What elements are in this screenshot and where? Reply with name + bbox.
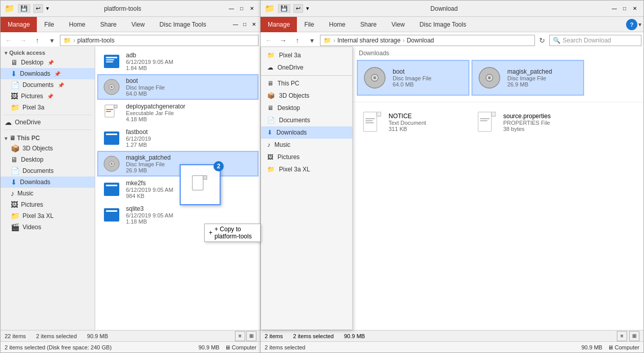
mke2fs-icon (102, 180, 121, 198)
svg-point-29 (488, 76, 490, 79)
tab-home-right[interactable]: Home (322, 17, 353, 32)
grid-view-right[interactable]: ⊞ (629, 331, 639, 341)
svg-point-26 (373, 76, 376, 79)
magisk-disc-icon (102, 155, 121, 173)
up-button-left[interactable]: ↑ (31, 34, 44, 47)
svg-rect-3 (106, 61, 113, 62)
sidebar-item-desktop[interactable]: 🖥 Desktop 📌 (1, 57, 95, 68)
nav-documents[interactable]: 📄Documents (261, 114, 352, 126)
sqlite3-icon (102, 206, 121, 224)
sidebar-item-desktop-pc[interactable]: 🖥 Desktop (1, 154, 95, 165)
nav-music[interactable]: ♪Music (261, 139, 352, 151)
nav-pictures[interactable]: 🖼Pictures (261, 151, 352, 163)
this-pc-header: ▾ 🖥 This PC (1, 131, 95, 143)
sidebar-item-downloads[interactable]: ⬇ Downloads 📌 (1, 68, 95, 79)
manage-tab-right[interactable]: Manage (261, 17, 297, 32)
grid-view-btn[interactable]: ⊞ (246, 331, 256, 341)
nav-downloads[interactable]: ⬇Downloads (261, 126, 352, 139)
svg-rect-33 (366, 118, 375, 119)
svg-rect-39 (480, 118, 489, 119)
sidebar-item-docs-pc[interactable]: 📄 Documents (1, 165, 95, 176)
tab-disc-right[interactable]: Disc Image Tools (413, 17, 474, 32)
notice-icon (361, 111, 383, 134)
fastboot-icon (102, 129, 121, 147)
file-item-mke2fs[interactable]: mke2fs 6/12/2019 9:05 AM 984 KB (97, 176, 259, 202)
nav-pixel3a[interactable]: 📁Pixel 3a (261, 49, 352, 61)
svg-point-16 (111, 163, 113, 165)
nav-onedrive[interactable]: ☁OneDrive (261, 61, 352, 74)
recent-button-left[interactable]: ▾ (46, 34, 58, 47)
tab-share-left[interactable]: Share (93, 17, 124, 32)
sidebar-item-3d[interactable]: 📦 3D Objects (1, 143, 95, 154)
tab-file-right[interactable]: File (297, 17, 321, 32)
up-right[interactable]: ↑ (291, 34, 304, 47)
tab-view-right[interactable]: View (384, 17, 413, 32)
grid-item-boot[interactable]: boot Disc Image File 64.0 MB (357, 60, 469, 96)
recent-right[interactable]: ▾ (306, 34, 318, 47)
sidebar-item-videos[interactable]: 🎬 Videos (1, 222, 95, 233)
list-view-btn[interactable]: ≡ (235, 331, 245, 341)
svg-rect-11 (106, 111, 111, 112)
expand-ribbon-right[interactable]: ▾ (638, 21, 641, 28)
address-download: Download (406, 37, 434, 44)
svg-rect-32 (377, 112, 381, 116)
right-address-path[interactable]: 📁 › Internal shared storage › Download (320, 35, 535, 46)
help-btn-right[interactable]: ? (626, 19, 637, 30)
back-button-left[interactable]: ← (3, 34, 15, 47)
sidebar-item-pictures[interactable]: 🖼 Pictures 📌 (1, 91, 95, 102)
grid-item-source-props[interactable]: source.properties PROPERTIES File 38 byt… (471, 104, 584, 140)
tab-file-left[interactable]: File (37, 17, 61, 32)
tab-share-right[interactable]: Share (353, 17, 384, 32)
svg-rect-18 (106, 185, 117, 186)
forward-right[interactable]: → (277, 34, 289, 47)
manage-tab-left[interactable]: Manage (1, 17, 37, 32)
close-right[interactable]: ✕ (630, 4, 639, 13)
minimize-button[interactable]: — (227, 4, 236, 13)
copy-tooltip: + + Copy to platform-tools (204, 224, 261, 242)
nav-pixel3axl[interactable]: 📁Pixel 3a XL (261, 163, 352, 175)
forward-button-left[interactable]: → (17, 34, 29, 47)
back-right[interactable]: ← (263, 34, 275, 47)
close-button[interactable]: ✕ (247, 4, 256, 13)
refresh-right[interactable]: ↻ (537, 35, 547, 46)
sidebar-item-documents[interactable]: 📄 Documents 📌 (1, 79, 95, 91)
left-address-path[interactable]: 📁 › platform-tools (60, 35, 259, 46)
search-box-right[interactable]: 🔍 Search Download (549, 35, 641, 46)
quick-access-header: ▾ Quick access (1, 47, 95, 57)
list-view-right[interactable]: ≡ (617, 331, 627, 341)
svg-point-6 (111, 86, 113, 88)
nav-desktop[interactable]: 🖥Desktop (261, 102, 352, 114)
sidebar-item-pictures-pc[interactable]: 🖼 Pictures (1, 199, 95, 210)
nav-3d-objects[interactable]: 📦3D Objects (261, 90, 352, 102)
grid-item-notice[interactable]: NOTICE Text Document 311 KB (357, 104, 469, 140)
nav-this-pc[interactable]: 🖥This PC (261, 77, 352, 90)
tab-disc-left[interactable]: Disc Image Tools (153, 17, 214, 32)
file-item-magisk[interactable]: magisk_patched Disc Image File 26.9 MB (97, 151, 259, 176)
minimize-btn-2[interactable]: — (231, 20, 240, 29)
sidebar-item-music[interactable]: ♪ Music (1, 188, 95, 199)
sidebar-item-pixel3a[interactable]: 📁 Pixel 3a (1, 102, 95, 113)
file-item-deploypatch[interactable]: deploypatchgenerator Executable Jar File… (97, 100, 259, 125)
maximize-right[interactable]: □ (620, 4, 629, 13)
tab-home-left[interactable]: Home (62, 17, 93, 32)
sidebar-item-onedrive[interactable]: ☁ OneDrive (1, 117, 95, 128)
grid-item-magisk[interactable]: magisk_patched Disc Image File 26.9 MB (471, 60, 584, 96)
props-icon (476, 111, 498, 134)
selected-count-left: 2 items selected (36, 333, 77, 339)
close-btn-2[interactable]: ✕ (249, 20, 259, 29)
right-content-grid: boot Disc Image File 64.0 MB (353, 58, 643, 98)
restore-btn-2[interactable]: □ (240, 20, 249, 29)
right-window: 📁 💾 ↩ ▾ Download — □ ✕ Manage File Home … (260, 0, 644, 353)
right-selected-count: 2 items selected (293, 333, 333, 339)
file-item-adb[interactable]: adb 6/12/2019 9:05 AM 1.84 MB (97, 49, 259, 74)
right-other-files: NOTICE Text Document 311 KB (353, 102, 643, 142)
file-item-fastboot[interactable]: fastboot 6/12/2019 1.27 MB (97, 125, 259, 151)
right-window-title: Download (282, 5, 607, 12)
maximize-button[interactable]: □ (237, 4, 246, 13)
sidebar-item-downloads-pc[interactable]: ⬇ Downloads (1, 176, 95, 188)
tab-view-left[interactable]: View (124, 17, 153, 32)
minimize-right[interactable]: — (610, 4, 619, 13)
right-ribbon-tabs: Manage File Home Share View Disc Image T… (261, 17, 643, 32)
file-item-boot[interactable]: boot Disc Image File 64.0 MB (97, 74, 259, 100)
sidebar-item-pixel3axl[interactable]: 📁 Pixel 3a XL (1, 210, 95, 222)
